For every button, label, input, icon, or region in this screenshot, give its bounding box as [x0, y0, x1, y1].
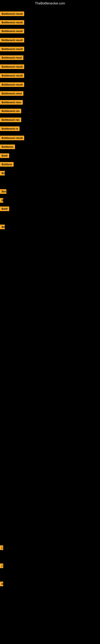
bottleneck-badge[interactable]: Bottleneck resul	[0, 55, 23, 60]
bottleneck-badge-row: Bottleneck result	[0, 12, 24, 17]
bottleneck-badge[interactable]: Bottl	[0, 206, 9, 211]
bottleneck-badge[interactable]: Bottleneck result	[0, 136, 24, 140]
bottleneck-badge[interactable]: Bottleneck res	[0, 109, 21, 113]
bottleneck-badge-row: Bottleneck result	[0, 82, 24, 88]
bottleneck-badge[interactable]: Bottlene	[0, 162, 14, 167]
bottleneck-badge-row: Bottleneck result	[0, 73, 24, 79]
bottleneck-badge-row: Bo	[0, 224, 5, 230]
bottleneck-badge-row: Bottleneck resul	[0, 91, 23, 96]
bottleneck-badge[interactable]: Bottleneck result	[0, 12, 24, 16]
bottleneck-badge-row: Bottleneck re	[0, 126, 20, 132]
bottleneck-badge[interactable]: Bottleneck result	[0, 38, 24, 42]
bottleneck-badge-row: B	[0, 198, 3, 204]
bottleneck-badge-row: Bottleneck result	[0, 47, 24, 52]
bottleneck-badge[interactable]: Bottleneck resul	[0, 91, 23, 96]
bottleneck-badge-row: Bottlenec	[0, 144, 15, 150]
bottleneck-badge[interactable]: E	[0, 582, 3, 586]
bottleneck-badge[interactable]: |	[0, 546, 3, 550]
bottleneck-badge-row: Bot	[0, 189, 6, 194]
bottleneck-badge-row: Bottleneck result	[0, 20, 24, 26]
bottleneck-badge[interactable]: Bottleneck result	[0, 47, 24, 51]
bottleneck-badge[interactable]: Bottl	[0, 153, 9, 158]
bottleneck-badge[interactable]: B	[0, 198, 3, 203]
bottleneck-badge-row: E	[0, 582, 3, 587]
bottleneck-badge[interactable]: Bottleneck result	[0, 20, 24, 25]
bottleneck-badge-row: Bottleneck result	[0, 64, 24, 70]
bottleneck-badge-row: |	[0, 564, 3, 569]
bottleneck-badge-row: |	[0, 546, 3, 551]
bottleneck-badge-row: Bottleneck resu	[0, 100, 23, 106]
bottleneck-badge-row: Bottleneck result	[0, 29, 24, 34]
bottleneck-badge-row: Bottl	[0, 153, 9, 159]
bottleneck-badge[interactable]: Bottleneck result	[0, 73, 24, 78]
bottleneck-badge[interactable]: Bot	[0, 189, 6, 194]
bottleneck-badge[interactable]: Bottleneck result	[0, 29, 24, 34]
bottleneck-badge[interactable]: Bottleneck result	[0, 64, 24, 69]
bottleneck-badge-row: Bottleneck res	[0, 118, 21, 123]
bottleneck-badge[interactable]: Bo	[0, 171, 5, 176]
bottleneck-badge[interactable]: Bottleneck result	[0, 82, 24, 87]
bottleneck-badge[interactable]: Bottleneck resu	[0, 100, 23, 105]
bottleneck-badge[interactable]: |	[0, 564, 3, 568]
bottleneck-badge-row: Bottleneck result	[0, 136, 24, 141]
bottleneck-badge-row: Bottleneck resul	[0, 55, 23, 61]
bottleneck-badge[interactable]: Bottlenec	[0, 144, 15, 149]
bottleneck-badge[interactable]: Bottleneck res	[0, 118, 21, 122]
bottleneck-badge-row: Bottleneck res	[0, 109, 21, 114]
site-title: TheBottlenecker.com	[0, 0, 100, 7]
bottleneck-badge[interactable]: Bo	[0, 224, 5, 229]
bottleneck-badge-row: Bottleneck result	[0, 38, 24, 43]
bottleneck-badge[interactable]: Bottleneck re	[0, 126, 20, 131]
bottleneck-badge-row: Bottlene	[0, 162, 14, 168]
bottleneck-badge-row: Bo	[0, 171, 5, 176]
bottleneck-badge-row: Bottl	[0, 206, 9, 212]
